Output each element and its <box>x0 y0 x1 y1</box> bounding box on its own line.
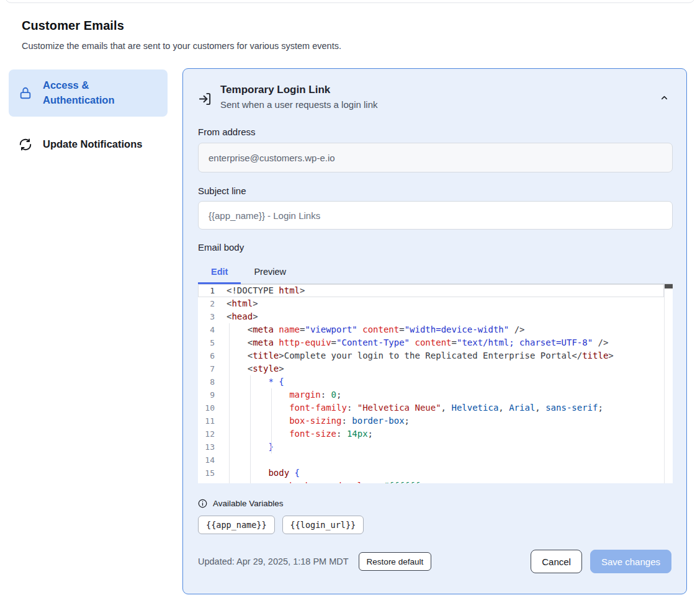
code-text: body { <box>227 467 300 480</box>
restore-default-button[interactable]: Restore default <box>359 552 432 571</box>
code-text: <meta http-equiv="Content-Type" content=… <box>227 336 608 349</box>
refresh-icon <box>19 137 32 152</box>
line-number: 5 <box>198 336 227 349</box>
code-text: <meta name="viewport" content="width=dev… <box>227 323 525 336</box>
code-text: font-size: 14px; <box>227 427 373 440</box>
available-variables-label: Available Variables <box>213 499 284 508</box>
line-number: 11 <box>198 414 227 427</box>
line-number: 10 <box>198 401 227 414</box>
code-line-15[interactable]: 15 body { <box>198 467 673 480</box>
code-line-12[interactable]: 12 font-size: 14px; <box>198 427 673 440</box>
code-line-1[interactable]: 1<!DOCTYPE html> <box>198 284 664 297</box>
code-line-16[interactable]: 16 background-color: #ffffff; <box>198 480 673 483</box>
info-icon[interactable] <box>198 499 207 508</box>
line-number: 4 <box>198 323 227 336</box>
code-text: background-color: #ffffff; <box>227 480 425 483</box>
code-line-10[interactable]: 10 font-family: "Helvetica Neue", Helvet… <box>198 401 673 414</box>
indent-guide <box>229 323 230 483</box>
code-line-3[interactable]: 3<head> <box>198 310 673 323</box>
code-line-9[interactable]: 9 margin: 0; <box>198 388 673 401</box>
page-subtitle: Customize the emails that are sent to yo… <box>22 41 680 51</box>
tab-preview[interactable]: Preview <box>241 260 299 284</box>
line-number: 14 <box>198 454 227 467</box>
card-footer: Updated: Apr 29, 2025, 1:18 PM MDT Resto… <box>198 550 671 573</box>
line-number: 12 <box>198 427 227 440</box>
code-line-11[interactable]: 11 box-sizing: border-box; <box>198 414 673 427</box>
card-subtitle: Sent when a user requests a login link <box>220 99 377 110</box>
email-body-label: Email body <box>198 242 671 253</box>
previous-card-bottom-edge <box>5 0 695 3</box>
code-line-5[interactable]: 5 <meta http-equiv="Content-Type" conten… <box>198 336 673 349</box>
customer-emails-page: Customer Emails Customize the emails tha… <box>0 0 700 608</box>
save-changes-button[interactable]: Save changes <box>590 550 671 573</box>
line-number: 1 <box>198 284 227 297</box>
code-text: * { <box>227 375 284 388</box>
line-number: 9 <box>198 388 227 401</box>
code-text: <style> <box>227 362 284 375</box>
line-number: 7 <box>198 362 227 375</box>
code-line-14[interactable]: 14 <box>198 454 673 467</box>
page-title: Customer Emails <box>22 19 680 33</box>
variable-chip-login-url[interactable]: {{login_url}} <box>282 516 364 534</box>
line-number: 15 <box>198 467 227 480</box>
login-icon <box>198 92 212 110</box>
code-line-2[interactable]: 2<html> <box>198 297 673 310</box>
line-number: 8 <box>198 375 227 388</box>
line-number: 6 <box>198 349 227 362</box>
code-text: <html> <box>227 297 258 310</box>
code-line-13[interactable]: 13 } <box>198 440 673 454</box>
sidebar-item-label: Update Notifications <box>43 137 142 152</box>
tab-edit[interactable]: Edit <box>198 260 241 284</box>
line-number: 16 <box>198 480 227 483</box>
code-text: margin: 0; <box>227 388 341 401</box>
code-line-7[interactable]: 7 <style> <box>198 362 673 375</box>
subject-line-input[interactable]: {{app_name}} - Login Links <box>198 201 673 230</box>
editor-scrollbar-thumb[interactable] <box>665 284 673 288</box>
code-text: box-sizing: border-box; <box>227 414 410 427</box>
indent-guide <box>250 375 251 483</box>
subject-line-label: Subject line <box>198 186 671 196</box>
code-line-8[interactable]: 8 * { <box>198 375 673 388</box>
lock-icon <box>19 86 32 101</box>
code-text: <!DOCTYPE html> <box>227 284 305 297</box>
from-address-label: From address <box>198 127 671 137</box>
variable-chips: {{app_name}} {{login_url}} <box>198 516 671 534</box>
page-header: Customer Emails Customize the emails tha… <box>22 19 680 51</box>
card-title-block: Temporary Login Link Sent when a user re… <box>220 84 377 110</box>
line-number: 2 <box>198 297 227 310</box>
editor-scrollbar[interactable] <box>664 284 673 483</box>
line-number: 13 <box>198 440 227 454</box>
card-title: Temporary Login Link <box>220 84 377 96</box>
collapse-button[interactable] <box>657 91 671 106</box>
email-types-sidebar: Access & Authentication Update Notificat… <box>9 69 168 161</box>
variable-chip-app-name[interactable]: {{app_name}} <box>198 516 275 534</box>
code-text: <title>Complete your login to the Replic… <box>227 349 614 362</box>
indent-guide <box>271 388 272 454</box>
code-line-4[interactable]: 4 <meta name="viewport" content="width=d… <box>198 323 673 336</box>
sidebar-item-access-authentication[interactable]: Access & Authentication <box>9 69 168 117</box>
chevron-up-icon <box>660 93 669 105</box>
email-body-code-editor[interactable]: 1<!DOCTYPE html>2<html>3<head>4 <meta na… <box>198 284 673 483</box>
from-address-input[interactable]: enterprise@customers.wp-e.io <box>198 143 673 172</box>
available-variables-header: Available Variables <box>198 499 671 508</box>
code-rows: 1<!DOCTYPE html>2<html>3<head>4 <meta na… <box>198 284 673 483</box>
code-text: font-family: "Helvetica Neue", Helvetica… <box>227 401 603 414</box>
cancel-button[interactable]: Cancel <box>531 550 582 573</box>
sidebar-item-label: Access & Authentication <box>43 78 158 108</box>
temporary-login-link-card: Temporary Login Link Sent when a user re… <box>182 68 687 594</box>
editor-tabs: Edit Preview <box>198 260 671 284</box>
sidebar-item-update-notifications[interactable]: Update Notifications <box>9 128 168 161</box>
updated-timestamp: Updated: Apr 29, 2025, 1:18 PM MDT <box>198 557 349 566</box>
code-text: <head> <box>227 310 258 323</box>
code-line-6[interactable]: 6 <title>Complete your login to the Repl… <box>198 349 673 362</box>
card-header: Temporary Login Link Sent when a user re… <box>198 84 671 110</box>
line-number: 3 <box>198 310 227 323</box>
